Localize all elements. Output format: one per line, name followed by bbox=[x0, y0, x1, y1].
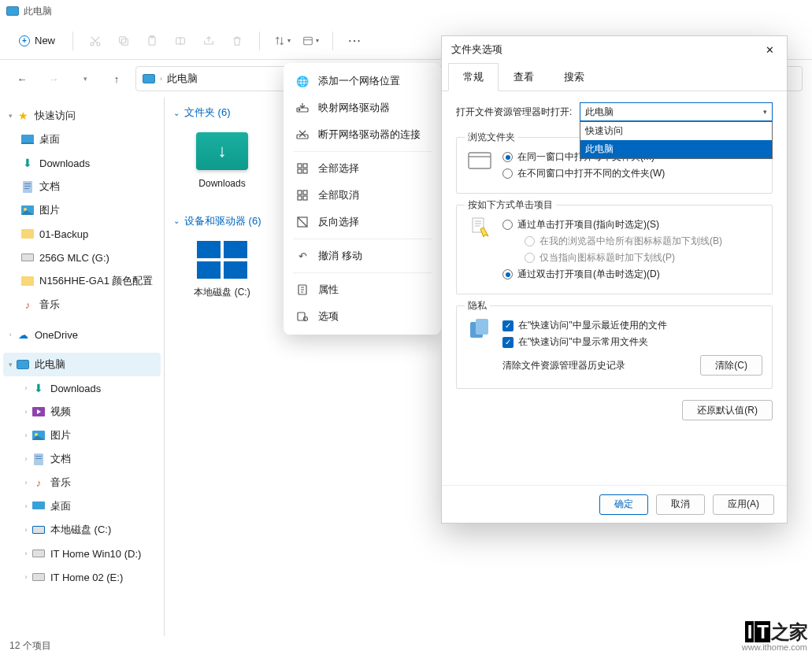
sidebar-item-documents[interactable]: 文档 bbox=[3, 175, 161, 198]
check-recent-files[interactable]: ✓在"快速访问"中显示最近使用的文件 bbox=[502, 319, 762, 332]
group-title: 文件夹 (6) bbox=[184, 105, 231, 120]
close-button[interactable]: ✕ bbox=[752, 36, 787, 63]
tab-general[interactable]: 常规 bbox=[448, 63, 499, 91]
radio-single-click[interactable]: 通过单击打开项目(指向时选定)(S) bbox=[502, 218, 762, 231]
forward-button[interactable]: → bbox=[41, 66, 66, 91]
sidebar-pc-documents[interactable]: ›文档 bbox=[3, 447, 161, 471]
folder-label: Downloads bbox=[198, 178, 245, 191]
tab-view[interactable]: 查看 bbox=[499, 63, 549, 91]
clear-button[interactable]: 清除(C) bbox=[700, 355, 762, 376]
pictures-icon bbox=[32, 428, 46, 442]
pictures-icon bbox=[20, 203, 35, 217]
sidebar-pc-drive-d[interactable]: ›IT Home Win10 (D:) bbox=[3, 542, 161, 565]
chevron-right-icon: › bbox=[20, 384, 32, 392]
sidebar-item-desktop[interactable]: 桌面 bbox=[3, 128, 161, 151]
cut-icon[interactable] bbox=[81, 27, 109, 55]
svg-rect-29 bbox=[303, 169, 307, 173]
open-explorer-combo[interactable]: 此电脑 ▾ 快速访问 此电脑 bbox=[580, 102, 773, 121]
combo-option-thispc[interactable]: 此电脑 bbox=[580, 140, 772, 158]
drive-icon bbox=[32, 546, 46, 561]
check-frequent-folders[interactable]: ✓在"快速访问"中显示常用文件夹 bbox=[502, 335, 762, 349]
apply-button[interactable]: 应用(A) bbox=[713, 494, 774, 515]
watermark: IT之家 www.ithome.com bbox=[742, 622, 807, 652]
drive-c[interactable]: 本地磁盘 (C:) bbox=[186, 238, 258, 311]
ctx-disconnect-network-drive[interactable]: 断开网络驱动器的连接 bbox=[288, 121, 436, 148]
sidebar-pc-music[interactable]: ›♪音乐 bbox=[3, 471, 161, 494]
sidebar-label: 快速访问 bbox=[35, 109, 76, 123]
privacy-legend: 隐私 bbox=[465, 299, 490, 313]
radio-diff-window[interactable]: 在不同窗口中打开不同的文件夹(W) bbox=[502, 167, 762, 180]
view-icon[interactable]: ▾ bbox=[296, 27, 324, 55]
checkbox-icon: ✓ bbox=[502, 337, 514, 348]
cancel-button[interactable]: 取消 bbox=[656, 494, 705, 515]
drive-label: 本地磁盘 (C:) bbox=[194, 287, 250, 299]
ctx-invert-selection[interactable]: 反向选择 bbox=[288, 209, 436, 235]
folder-downloads[interactable]: ↓ Downloads bbox=[186, 129, 258, 191]
sidebar-pc-pictures[interactable]: ›图片 bbox=[3, 424, 161, 447]
sidebar-onedrive[interactable]: › ☁ OneDrive bbox=[3, 323, 161, 346]
splitter[interactable] bbox=[164, 98, 165, 636]
dialog-title: 文件夹选项 ✕ bbox=[442, 36, 787, 63]
sidebar-pc-downloads[interactable]: ›⬇Downloads bbox=[3, 376, 161, 400]
chevron-down-icon: ▾ bbox=[5, 112, 16, 120]
up-button[interactable]: ↑ bbox=[104, 66, 129, 91]
select-none-icon bbox=[296, 189, 309, 202]
ctx-properties[interactable]: 属性 bbox=[288, 276, 436, 303]
more-icon[interactable]: ··· bbox=[341, 27, 369, 55]
sidebar-pc-drive-e[interactable]: ›IT Home 02 (E:) bbox=[3, 565, 161, 589]
radio-icon bbox=[525, 253, 535, 263]
svg-rect-19 bbox=[34, 453, 43, 465]
click-legend: 按如下方式单击项目 bbox=[465, 198, 556, 212]
svg-rect-21 bbox=[35, 458, 42, 459]
invert-icon bbox=[296, 216, 309, 228]
rename-icon[interactable] bbox=[166, 27, 195, 55]
share-icon[interactable] bbox=[195, 27, 223, 55]
status-bar: 12 个项目 bbox=[0, 636, 812, 655]
chevron-down-icon: ⌄ bbox=[173, 216, 180, 225]
star-icon: ★ bbox=[16, 109, 30, 123]
select-all-icon bbox=[296, 162, 309, 175]
svg-rect-11 bbox=[24, 183, 31, 184]
open-explorer-label: 打开文件资源管理器时打开: bbox=[456, 105, 572, 119]
svg-point-37 bbox=[304, 317, 308, 321]
sidebar-pc-desktop[interactable]: ›桌面 bbox=[3, 494, 161, 518]
breadcrumb-location[interactable]: 此电脑 bbox=[167, 72, 198, 86]
ctx-add-network-location[interactable]: 🌐添加一个网络位置 bbox=[288, 68, 436, 94]
download-icon: ⬇ bbox=[20, 156, 35, 170]
sidebar-thispc[interactable]: ▾ 此电脑 bbox=[3, 353, 161, 376]
sidebar: ▾ ★ 快速访问 桌面 ⬇Downloads 文档 图片 01-Backup 2… bbox=[0, 98, 164, 636]
sidebar-item-music[interactable]: ♪音乐 bbox=[3, 293, 161, 316]
sidebar-item-downloads[interactable]: ⬇Downloads bbox=[3, 151, 161, 175]
sidebar-pc-videos[interactable]: ›视频 bbox=[3, 400, 161, 424]
sidebar-item-backup[interactable]: 01-Backup bbox=[3, 222, 161, 246]
separator bbox=[259, 31, 260, 50]
sidebar-item-colorprofile[interactable]: N156HHE-GA1 颜色配置 bbox=[3, 269, 161, 293]
sidebar-quick-access[interactable]: ▾ ★ 快速访问 bbox=[3, 104, 161, 128]
pc-icon bbox=[16, 357, 30, 372]
restore-defaults-button[interactable]: 还原默认值(R) bbox=[682, 400, 773, 420]
folder-options-dialog: 文件夹选项 ✕ 常规 查看 搜索 打开文件资源管理器时打开: 此电脑 ▾ 快速访… bbox=[441, 35, 788, 524]
video-icon bbox=[32, 405, 46, 419]
tab-search[interactable]: 搜索 bbox=[549, 63, 599, 91]
ctx-select-all[interactable]: 全部选择 bbox=[288, 155, 436, 182]
new-button[interactable]: + New bbox=[9, 30, 65, 51]
ctx-undo-move[interactable]: ↶撤消 移动 bbox=[288, 242, 436, 269]
paste-icon[interactable] bbox=[138, 27, 166, 55]
ok-button[interactable]: 确定 bbox=[599, 494, 648, 515]
sidebar-item-pictures[interactable]: 图片 bbox=[3, 198, 161, 222]
svg-rect-8 bbox=[21, 135, 34, 142]
combo-option-quickaccess[interactable]: 快速访问 bbox=[580, 122, 772, 140]
copy-icon[interactable] bbox=[109, 27, 138, 55]
recent-dropdown[interactable]: ▾ bbox=[72, 66, 98, 91]
ctx-select-none[interactable]: 全部取消 bbox=[288, 182, 436, 209]
sidebar-pc-drive-c[interactable]: ›本地磁盘 (C:) bbox=[3, 518, 161, 542]
radio-double-click[interactable]: 通过双击打开项目(单击时选定)(D) bbox=[502, 268, 762, 281]
radio-underline-hover: 仅当指向图标标题时加下划线(P) bbox=[525, 251, 762, 265]
delete-icon[interactable] bbox=[223, 27, 251, 55]
sidebar-item-drive-g[interactable]: 256G MLC (G:) bbox=[3, 246, 161, 269]
ctx-map-network-drive[interactable]: 映射网络驱动器 bbox=[288, 94, 436, 121]
window-icon bbox=[466, 147, 493, 174]
back-button[interactable]: ← bbox=[9, 66, 35, 91]
sort-icon[interactable]: ▾ bbox=[268, 27, 296, 55]
ctx-options[interactable]: 选项 bbox=[288, 303, 436, 330]
